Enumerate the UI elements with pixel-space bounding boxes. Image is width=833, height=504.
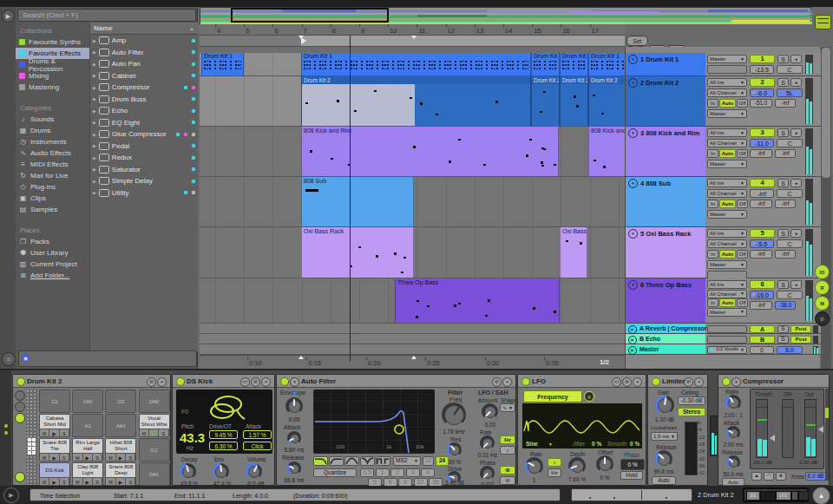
drum-pad[interactable]: Hihat 808ShortM▶S: [105, 438, 136, 461]
depth-knob[interactable]: [568, 457, 586, 475]
drum-pad[interactable]: Snare 808DeepM▶S: [105, 462, 136, 486]
overview-zoom-selection[interactable]: [231, 8, 389, 23]
clip[interactable]: Drum Kit 1: [560, 53, 588, 75]
pad-play-button[interactable]: ▶: [116, 477, 126, 486]
rate-sync-button[interactable]: ♪: [548, 458, 561, 467]
return-solo-button[interactable]: S: [777, 325, 789, 333]
monitor-auto-button[interactable]: Auto: [719, 149, 736, 158]
device-title-bar[interactable]: Limiter▪⊘: [648, 375, 707, 388]
macro-toggle-icon[interactable]: [15, 390, 25, 401]
drum-pad[interactable]: VocalShout WhaM▶S: [139, 414, 170, 437]
hot-swap-icon[interactable]: ⊘: [684, 377, 693, 387]
knee-field[interactable]: 6.0 dB: [805, 472, 826, 481]
clip[interactable]: 808 Sub: [301, 177, 414, 226]
track-header[interactable]: ▼2 Drum Kit 2All Ins▼All Channel▼InAutoO…: [626, 76, 821, 127]
device-title-bar[interactable]: DS Kick▪⊘▭: [173, 375, 274, 388]
notch-button[interactable]: [360, 456, 375, 466]
unfold-track-icon[interactable]: ▼: [628, 179, 638, 188]
scrollbar-thumb[interactable]: [822, 48, 830, 178]
pad-solo-button[interactable]: S: [60, 429, 69, 437]
track-name-area[interactable]: ▼1 Drum Kit 1: [626, 53, 705, 75]
arm-button[interactable]: ●: [790, 128, 802, 137]
bandpass-button[interactable]: [344, 456, 359, 466]
drum-pad[interactable]: Rim LargeHallM▶S: [72, 438, 103, 461]
overview-toggle-icon[interactable]: [815, 15, 831, 29]
return-activator[interactable]: B: [750, 336, 775, 344]
res-knob[interactable]: [447, 442, 462, 457]
time-ruler[interactable]: 0:100:150:200:250:300:351/2: [200, 355, 625, 369]
info-toggle[interactable]: ≈: [2, 352, 16, 366]
master-lane[interactable]: [200, 344, 625, 355]
quantize-value-button[interactable]: 1: [376, 468, 390, 477]
sidebar-item-max-for-live[interactable]: ↻Max for Live: [16, 170, 89, 181]
arrangement-overview[interactable]: [200, 7, 811, 24]
routing-chooser[interactable]: All Channel▼: [707, 139, 747, 147]
zoom-overview-strip[interactable]: [571, 488, 692, 501]
drum-pad[interactable]: C#2: [72, 389, 103, 413]
offset-knob[interactable]: [596, 455, 613, 473]
routing-chooser[interactable]: All Channel▼: [707, 189, 747, 198]
lowpass-button[interactable]: [313, 456, 328, 466]
quantize-value-button[interactable]: 3: [406, 468, 420, 477]
quantize-value-button[interactable]: 2: [390, 468, 404, 477]
lfo-shape-chooser[interactable]: ∿▼: [500, 403, 515, 412]
device-view-dot[interactable]: [4, 431, 8, 435]
device-title-bar[interactable]: Drum Kit 2▪⊘: [13, 375, 170, 388]
delay-section-toggle[interactable]: D: [815, 311, 830, 326]
solo-button[interactable]: S: [777, 179, 789, 187]
drum-pad[interactable]: A1: [72, 414, 103, 437]
clip[interactable]: Oxi Bass R: [560, 227, 587, 278]
clip[interactable]: Drum Kit 1: [588, 53, 625, 75]
unfold-return-icon[interactable]: ▶: [628, 336, 637, 344]
monitor-in-button[interactable]: In: [707, 99, 718, 108]
env-knob[interactable]: [213, 463, 229, 480]
solo-button[interactable]: S: [777, 280, 789, 289]
release-knob[interactable]: [655, 450, 672, 468]
expand-arrow-icon[interactable]: ▶: [93, 108, 96, 114]
expand-arrow-icon[interactable]: ▶: [93, 132, 96, 137]
lfo-rate-knob[interactable]: [480, 435, 495, 450]
return-lane-a[interactable]: [200, 324, 625, 334]
pad-play-button[interactable]: ▶: [149, 429, 159, 437]
device-title-bar[interactable]: ▼Auto Filter▪⊘: [277, 375, 515, 388]
device-on-led[interactable]: [652, 377, 660, 386]
clip[interactable]: Drum Kit 2: [560, 76, 588, 126]
chain-mini-device[interactable]: DS: [746, 491, 760, 501]
show-macros-icon[interactable]: ▭: [240, 377, 250, 387]
attack-amount-field[interactable]: 1.57 %: [243, 430, 272, 439]
expand-arrow-icon[interactable]: ▶: [93, 49, 96, 55]
highpass-button[interactable]: [329, 456, 344, 466]
track-name-area[interactable]: ▼2 Drum Kit 2: [626, 76, 705, 126]
overtone-amount-field[interactable]: 6.30 %: [209, 442, 238, 450]
track-delay-field[interactable]: [707, 65, 747, 74]
gain-knob[interactable]: [655, 396, 674, 415]
beat-ruler[interactable]: 4567891011121314151617: [200, 24, 625, 36]
rate-sync-button[interactable]: ♪: [500, 446, 515, 455]
quantize-button[interactable]: Quantize: [313, 468, 357, 477]
track-activator[interactable]: 5: [750, 229, 775, 238]
pad-mute-button[interactable]: M: [106, 477, 115, 486]
routing-chooser[interactable]: All Channel▼: [707, 88, 747, 97]
device-view-toggle[interactable]: ▲: [812, 487, 830, 504]
clip[interactable]: Drum Kit 1: [201, 53, 244, 75]
pad-mute-button[interactable]: M: [73, 453, 82, 461]
clip-view-dot[interactable]: [4, 424, 8, 428]
browser-device-row[interactable]: ▶Auto Filter: [90, 47, 198, 59]
pad-mute-button[interactable]: M: [140, 429, 149, 437]
sidebar-item-drums[interactable]: ▦Drums: [16, 125, 89, 136]
save-preset-icon[interactable]: ▪: [502, 377, 512, 387]
clip[interactable]: Three Op Bass: [395, 278, 560, 323]
routing-chooser[interactable]: All Ins▼: [707, 229, 747, 238]
volume-field[interactable]: -6.0: [750, 88, 774, 97]
return-activator[interactable]: A: [750, 325, 775, 333]
out-meter[interactable]: [804, 399, 817, 458]
thresh-meter[interactable]: [756, 399, 768, 458]
device-on-led[interactable]: [16, 377, 25, 386]
monitor-off-button[interactable]: Off: [737, 250, 748, 259]
attack-knob[interactable]: [287, 431, 301, 445]
pan-field[interactable]: C: [777, 65, 803, 74]
return-track-header[interactable]: ▶A Reverb | CompressorASPost: [626, 324, 821, 334]
browser-device-row[interactable]: ▶Redux: [90, 152, 198, 164]
drive-amount-field[interactable]: 9.45 %: [209, 430, 238, 439]
routing-chooser[interactable]: All Ins▼: [707, 128, 747, 137]
